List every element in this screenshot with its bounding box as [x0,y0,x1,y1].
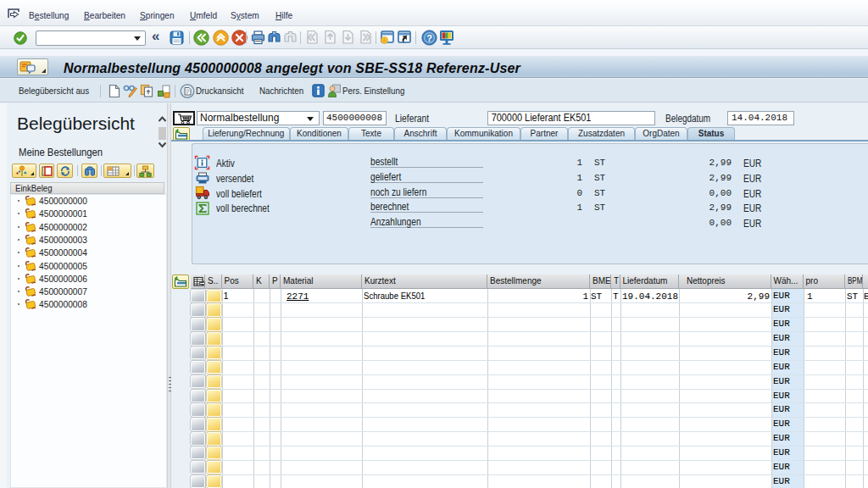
svg-text:?: ? [426,33,432,43]
